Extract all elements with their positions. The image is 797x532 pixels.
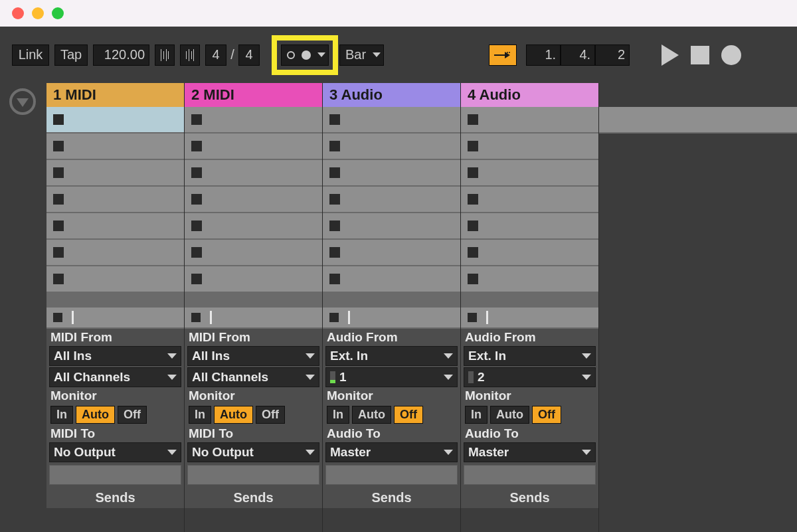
clip-slot[interactable] <box>185 133 322 160</box>
input-type-select-value: All Ins <box>192 349 230 363</box>
monitor-auto-button[interactable]: Auto <box>490 406 529 424</box>
send-knob-area[interactable] <box>187 465 319 485</box>
minimize-window-button[interactable] <box>32 7 44 19</box>
clip-slot[interactable] <box>46 187 184 213</box>
monitor-auto-button[interactable]: Auto <box>352 406 391 424</box>
clip-slot[interactable] <box>185 266 322 293</box>
position-sixteenth[interactable]: 2 <box>595 44 630 66</box>
tempo-field[interactable]: 120.00 <box>93 44 149 66</box>
stop-all-icon <box>329 313 339 322</box>
io-section: MIDI FromAll InsAll ChannelsMonitorInAut… <box>185 329 322 508</box>
clip-slot[interactable] <box>461 107 598 133</box>
monitor-auto-button[interactable]: Auto <box>76 406 115 424</box>
track-status-row[interactable] <box>46 308 184 329</box>
clip-slot[interactable] <box>461 266 598 293</box>
monitor-in-button[interactable]: In <box>465 406 487 424</box>
dropdown-icon <box>444 375 453 380</box>
arrangement-position: 1. 4. 2 <box>526 44 630 66</box>
play-button[interactable] <box>662 44 679 66</box>
clip-slot[interactable] <box>46 240 184 266</box>
clip-slot[interactable] <box>461 213 598 240</box>
time-sig-denominator[interactable]: 4 <box>238 44 260 66</box>
input-channel-select[interactable]: 1 <box>325 367 458 387</box>
clip-slot[interactable] <box>46 107 184 133</box>
clip-slot[interactable] <box>46 266 184 293</box>
clip-slot[interactable] <box>185 187 322 213</box>
send-knob-area[interactable] <box>325 465 458 485</box>
clip-slot[interactable] <box>461 187 598 213</box>
monitor-off-button[interactable]: Off <box>394 406 423 424</box>
track-header[interactable]: 4 Audio <box>461 83 598 107</box>
send-knob-area[interactable] <box>464 465 596 485</box>
dropdown-icon <box>306 375 315 380</box>
track-status-row[interactable] <box>323 308 460 329</box>
clip-slot[interactable] <box>185 240 322 266</box>
browser-toggle[interactable] <box>9 88 36 115</box>
tap-tempo-button[interactable]: Tap <box>54 44 88 66</box>
clip-slot[interactable] <box>323 240 460 266</box>
monitor-off-button[interactable]: Off <box>256 406 285 424</box>
stop-all-icon <box>191 313 201 322</box>
link-toggle[interactable]: Link <box>12 44 49 66</box>
scene-row[interactable] <box>599 107 797 133</box>
input-type-select[interactable]: All Ins <box>49 346 181 366</box>
clip-stop-icon <box>53 221 64 231</box>
monitor-row: InAutoOff <box>49 404 181 425</box>
clip-slot[interactable] <box>323 160 460 187</box>
input-channel-select[interactable]: 2 <box>464 367 596 387</box>
monitor-in-button[interactable]: In <box>327 406 349 424</box>
monitor-in-button[interactable]: In <box>50 406 73 424</box>
monitor-auto-button[interactable]: Auto <box>214 406 253 424</box>
clip-slot[interactable] <box>46 133 184 160</box>
nudge-up-button[interactable] <box>180 44 200 66</box>
sends-label: Sends <box>464 486 596 505</box>
monitor-off-button[interactable]: Off <box>118 406 147 424</box>
clip-slot[interactable] <box>46 213 184 240</box>
track-status-row[interactable] <box>461 308 598 329</box>
clip-stop-icon <box>191 114 202 125</box>
track-status-row[interactable] <box>185 308 322 329</box>
input-type-select[interactable]: All Ins <box>187 346 319 366</box>
clip-slot[interactable] <box>185 107 322 133</box>
track-header[interactable]: 3 Audio <box>323 83 460 107</box>
input-type-select[interactable]: Ext. In <box>325 346 458 366</box>
clip-slot[interactable] <box>323 213 460 240</box>
clip-slot[interactable] <box>323 266 460 293</box>
clip-slot[interactable] <box>461 240 598 266</box>
nudge-down-button[interactable] <box>155 44 175 66</box>
send-knob-area[interactable] <box>49 465 181 485</box>
record-button[interactable] <box>721 45 741 65</box>
clip-stop-icon <box>191 247 202 258</box>
track-header[interactable]: 2 MIDI <box>185 83 322 107</box>
metronome-open-icon <box>287 51 295 59</box>
global-quantize-select[interactable]: Bar <box>339 44 384 66</box>
input-type-select[interactable]: Ext. In <box>464 346 596 366</box>
clip-slot[interactable] <box>461 133 598 160</box>
clip-slot[interactable] <box>185 213 322 240</box>
io-section: Audio FromExt. In2MonitorInAutoOffAudio … <box>461 329 598 508</box>
position-beat[interactable]: 4. <box>561 44 595 66</box>
output-type-select[interactable]: Master <box>325 442 458 462</box>
clip-slot[interactable] <box>46 160 184 187</box>
clip-slot[interactable] <box>185 160 322 187</box>
monitor-off-button[interactable]: Off <box>532 406 561 424</box>
time-sig-numerator[interactable]: 4 <box>205 44 226 66</box>
input-channel-select[interactable]: All Channels <box>187 367 319 387</box>
clip-slot[interactable] <box>323 133 460 160</box>
follow-button[interactable] <box>489 44 517 66</box>
output-type-select[interactable]: Master <box>464 442 596 462</box>
monitor-in-button[interactable]: In <box>189 406 211 424</box>
metronome-toggle[interactable] <box>281 44 329 66</box>
clip-slot[interactable] <box>323 187 460 213</box>
output-type-select[interactable]: No Output <box>187 442 319 462</box>
track: 3 AudioAudio FromExt. In1MonitorInAutoOf… <box>323 83 461 532</box>
zoom-window-button[interactable] <box>52 7 64 19</box>
input-channel-select[interactable]: All Channels <box>49 367 181 387</box>
clip-slot[interactable] <box>461 160 598 187</box>
stop-button[interactable] <box>691 46 709 64</box>
output-type-select[interactable]: No Output <box>49 442 181 462</box>
clip-slot[interactable] <box>323 107 460 133</box>
track-header[interactable]: 1 MIDI <box>46 83 184 107</box>
close-window-button[interactable] <box>12 7 24 19</box>
position-bar[interactable]: 1. <box>526 44 561 66</box>
